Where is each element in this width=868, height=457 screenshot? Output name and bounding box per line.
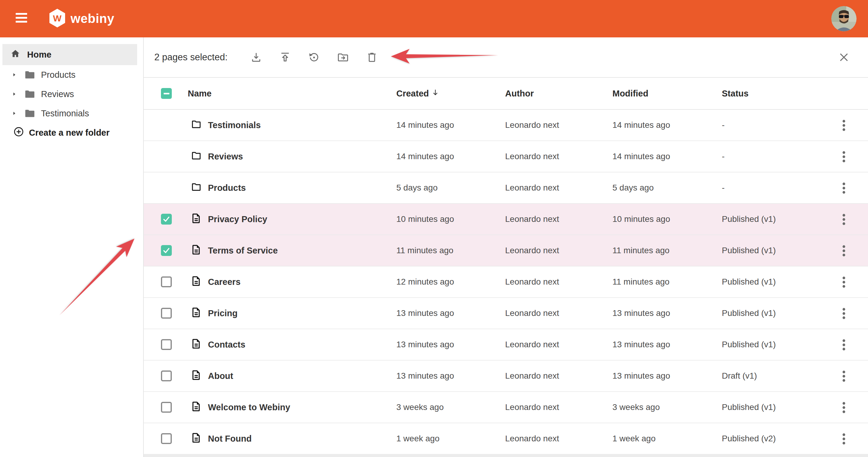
table-row[interactable]: Not Found1 week agoLeonardo next1 week a…	[144, 423, 868, 455]
trash-icon	[366, 51, 378, 63]
row-menu-button[interactable]	[838, 213, 850, 226]
table-row[interactable]: About13 minutes agoLeonardo next13 minut…	[144, 361, 868, 392]
row-menu-button[interactable]	[838, 276, 850, 288]
row-author: Leonardo next	[505, 235, 559, 266]
row-menu-button[interactable]	[838, 433, 850, 445]
kebab-menu-icon	[842, 244, 845, 257]
sidebar-folder-item[interactable]: Products	[0, 65, 143, 84]
kebab-menu-icon	[842, 433, 845, 445]
table-row[interactable]: Products5 days agoLeonardo next5 days ag…	[144, 173, 868, 204]
row-modified: 1 week ago	[613, 423, 655, 454]
create-folder-button[interactable]: Create a new folder	[0, 123, 143, 142]
row-menu-button[interactable]	[838, 370, 850, 383]
column-header-name[interactable]: Name	[188, 78, 212, 109]
row-checkbox[interactable]	[161, 433, 172, 444]
sidebar-folder-item[interactable]: Reviews	[0, 84, 143, 104]
selection-count-label: 2 pages selected:	[154, 37, 227, 77]
column-header-author[interactable]: Author	[505, 78, 534, 109]
row-name: Reviews	[208, 141, 243, 172]
document-icon	[191, 400, 202, 415]
row-modified: 11 minutes ago	[613, 235, 670, 266]
table-row[interactable]: Contacts13 minutes agoLeonardo next13 mi…	[144, 329, 868, 361]
row-status: Published (v1)	[722, 235, 776, 266]
kebab-menu-icon	[842, 182, 845, 194]
unpublish-restore-button[interactable]	[308, 51, 320, 63]
row-status: -	[722, 110, 724, 141]
publish-icon	[279, 51, 291, 63]
kebab-menu-icon	[842, 150, 845, 163]
row-status: Published (v2)	[722, 423, 776, 454]
table-bottom-divider	[144, 455, 868, 457]
row-checkbox[interactable]	[161, 339, 172, 350]
row-checkbox[interactable]	[161, 308, 172, 318]
top-app-bar: W webiny	[0, 0, 868, 37]
kebab-menu-icon	[842, 213, 845, 226]
hamburger-menu-icon[interactable]	[16, 13, 28, 25]
row-menu-button[interactable]	[838, 401, 850, 414]
row-checkbox[interactable]	[161, 245, 172, 256]
close-selection-button[interactable]	[838, 51, 850, 63]
chevron-right-icon[interactable]	[11, 91, 18, 97]
table-row[interactable]: Terms of Service11 minutes agoLeonardo n…	[144, 235, 868, 267]
move-to-folder-button[interactable]	[337, 51, 349, 63]
row-author: Leonardo next	[505, 298, 559, 329]
kebab-menu-icon	[842, 119, 845, 132]
table-row[interactable]: Pricing13 minutes agoLeonardo next13 min…	[144, 298, 868, 329]
kebab-menu-icon	[842, 307, 845, 320]
brand-name: webiny	[70, 11, 114, 26]
folder-tree-sidebar: Home ProductsReviewsTestimonials Create …	[0, 37, 144, 457]
sidebar-folder-label: Reviews	[41, 89, 74, 99]
sidebar-item-home[interactable]: Home	[2, 44, 137, 65]
document-icon	[191, 306, 202, 321]
table-row[interactable]: Testimonials14 minutes agoLeonardo next1…	[144, 110, 868, 141]
download-icon	[250, 51, 262, 63]
row-menu-button[interactable]	[838, 182, 850, 194]
row-checkbox[interactable]	[161, 214, 172, 224]
select-all-checkbox[interactable]	[161, 78, 172, 109]
chevron-right-icon[interactable]	[11, 72, 18, 78]
row-checkbox[interactable]	[161, 276, 172, 287]
table-row[interactable]: Welcome to Webiny3 weeks agoLeonardo nex…	[144, 392, 868, 423]
row-menu-button[interactable]	[838, 150, 850, 163]
publish-button[interactable]	[279, 51, 291, 63]
row-checkbox[interactable]	[161, 370, 172, 381]
row-name: About	[208, 361, 233, 391]
document-icon	[191, 275, 202, 289]
row-created: 12 minutes ago	[396, 267, 454, 297]
row-checkbox[interactable]	[161, 402, 172, 413]
kebab-menu-icon	[842, 401, 845, 414]
download-export-button[interactable]	[250, 51, 262, 63]
row-created: 13 minutes ago	[396, 361, 454, 391]
bulk-action-buttons	[250, 37, 378, 77]
row-status: -	[722, 141, 724, 172]
column-header-status[interactable]: Status	[722, 78, 749, 109]
row-menu-button[interactable]	[838, 338, 850, 351]
row-name: Pricing	[208, 298, 238, 329]
table-row[interactable]: Privacy Policy10 minutes agoLeonardo nex…	[144, 204, 868, 235]
row-menu-button[interactable]	[838, 119, 850, 132]
kebab-menu-icon	[842, 370, 845, 383]
table-row[interactable]: Careers12 minutes agoLeonardo next11 min…	[144, 267, 868, 298]
plus-circle-icon	[13, 126, 24, 139]
row-created: 13 minutes ago	[396, 329, 454, 360]
row-menu-button[interactable]	[838, 307, 850, 320]
row-status: Published (v1)	[722, 267, 776, 297]
user-avatar[interactable]	[831, 6, 857, 31]
page-list-panel: 2 pages selected:	[144, 37, 868, 457]
row-menu-button[interactable]	[838, 244, 850, 257]
delete-button[interactable]	[366, 51, 378, 63]
sidebar-folder-label: Testimonials	[41, 109, 89, 119]
row-modified: 14 minutes ago	[613, 110, 670, 141]
chevron-right-icon[interactable]	[11, 111, 18, 116]
row-modified: 11 minutes ago	[613, 267, 670, 297]
row-author: Leonardo next	[505, 141, 559, 172]
sidebar-folder-item[interactable]: Testimonials	[0, 104, 143, 123]
column-header-created[interactable]: Created	[396, 78, 439, 109]
unpublish-restore-icon	[308, 51, 320, 63]
document-icon	[191, 244, 202, 258]
home-icon	[10, 49, 21, 61]
document-icon	[191, 369, 202, 383]
row-name: Products	[208, 173, 246, 203]
table-row[interactable]: Reviews14 minutes agoLeonardo next14 min…	[144, 141, 868, 173]
column-header-modified[interactable]: Modified	[613, 78, 648, 109]
